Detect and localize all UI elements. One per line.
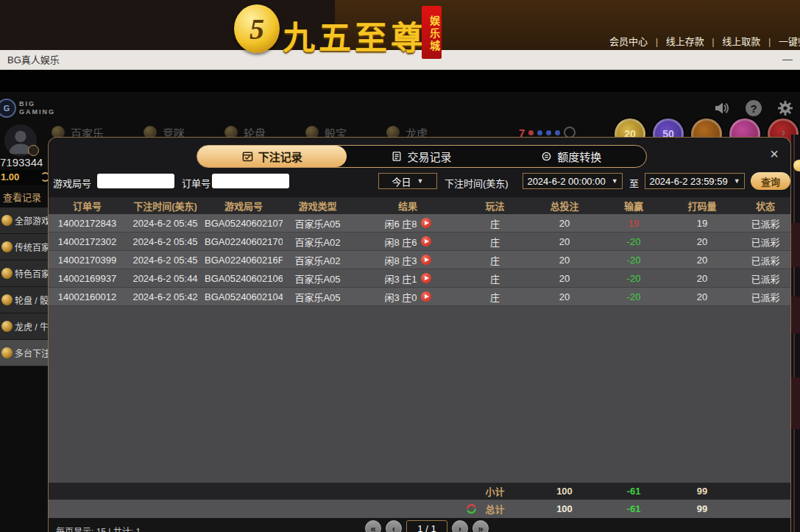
dragontiger-niuniu-icon xyxy=(1,321,13,332)
avatar-badge xyxy=(28,145,39,156)
bg-artwork xyxy=(791,297,800,333)
cell-total-bet: 20 xyxy=(527,255,602,266)
replay-icon[interactable] xyxy=(421,236,431,247)
replay-icon[interactable] xyxy=(421,255,431,265)
date-range-select[interactable]: 今日▼ xyxy=(378,173,437,189)
cell-bet-time: 2024-6-2 05:45 xyxy=(126,236,205,247)
filter-row: 游戏局号 订单号 今日▼ 下注时间(美东) 2024-6-2 00:00:00▼… xyxy=(49,171,791,192)
pagination-summary: 每页显示: 15 | 共计: 1 xyxy=(56,525,141,532)
balance-value: 1.00 xyxy=(1,171,19,182)
close-icon[interactable]: × xyxy=(770,146,779,161)
cell-round-id: BGA05240602106 xyxy=(205,273,283,284)
sidebar-item-special-baccarat[interactable]: 特色百家乐 xyxy=(0,260,49,287)
cell-game-type: 百家乐A02 xyxy=(283,253,353,267)
cell-total-bet: 20 xyxy=(527,236,602,247)
link-separator: | xyxy=(656,36,658,47)
cell-game-type: 百家乐A05 xyxy=(283,272,353,285)
replay-icon[interactable] xyxy=(421,273,431,283)
tab-credit-transfer[interactable]: 额度转换 xyxy=(497,146,646,167)
cell-round-id: BGA05240602104 xyxy=(205,291,283,302)
chevron-down-icon: ▼ xyxy=(734,177,740,185)
brand-header: 5 九五至尊 娱乐城 会员中心 | 线上存款 | 线上取款 | 一键归户 xyxy=(0,0,800,50)
total-row: 总计 100 -61 99 xyxy=(49,500,791,518)
col-win-loss: 输赢 xyxy=(602,199,665,213)
cell-play: 庄 xyxy=(463,253,527,267)
tab-bet-records[interactable]: 下注记录 xyxy=(197,146,347,167)
first-page-button[interactable]: « xyxy=(365,520,381,532)
table-row[interactable]: 14002169937 2024-6-2 05:44 BGA0524060210… xyxy=(49,269,791,288)
cell-result: 闲3 庄0 xyxy=(353,290,463,304)
table-row[interactable]: 14002170399 2024-6-2 05:45 BGA0224060216… xyxy=(49,251,791,269)
bet-time-label: 下注时间(美东) xyxy=(445,176,509,190)
logo-line2: GAMING xyxy=(19,108,55,116)
to-label: 至 xyxy=(629,176,639,190)
sound-icon[interactable] xyxy=(713,99,731,117)
big-gaming-logo-icon: G xyxy=(0,99,16,118)
sidebar-item-classic-baccarat[interactable]: 传统百家乐 xyxy=(0,234,49,260)
blue-dot xyxy=(555,130,560,135)
document-icon xyxy=(392,151,402,162)
col-result: 结果 xyxy=(353,199,463,213)
help-icon[interactable]: ? xyxy=(746,100,762,116)
table-row[interactable]: 14002172302 2024-6-2 05:45 BGA0224060217… xyxy=(49,233,791,251)
col-total-bet: 总投注 xyxy=(527,199,602,213)
link-separator: | xyxy=(712,36,714,47)
time-to-select[interactable]: 2024-6-2 23:59:59▼ xyxy=(645,173,745,189)
sidebar-menu: 全部游戏 传统百家乐 特色百家乐 轮盘 / 骰宝 龙虎 / 牛牛 多台下注 xyxy=(0,208,49,366)
sidebar-item-dragontiger-niuniu[interactable]: 龙虎 / 牛牛 xyxy=(0,313,49,340)
cell-total-bet: 20 xyxy=(527,291,602,302)
search-button[interactable]: 查询 xyxy=(751,172,790,190)
order-number-input[interactable] xyxy=(212,174,289,188)
one-key-transfer-link[interactable]: 一键归户 xyxy=(779,36,800,47)
table-header: 订单号 下注时间(美东) 游戏局号 游戏类型 结果 玩法 总投注 输赢 打码量 … xyxy=(49,197,791,214)
roulette-sicbo-icon xyxy=(1,294,13,305)
chevron-down-icon: ▼ xyxy=(612,177,618,185)
big-gaming-logo-text: BIG GAMING xyxy=(19,100,55,116)
col-play: 玩法 xyxy=(463,199,527,213)
cell-status: 已派彩 xyxy=(739,216,791,230)
settings-gear-icon[interactable] xyxy=(776,99,794,117)
time-from-select[interactable]: 2024-6-2 00:00:00▼ xyxy=(523,173,623,189)
logo-line1: BIG xyxy=(19,100,55,108)
game-round-input[interactable] xyxy=(97,174,174,188)
tab-transaction-records[interactable]: 交易记录 xyxy=(347,146,496,167)
sidebar-item-all-games[interactable]: 全部游戏 xyxy=(0,208,49,234)
balance-bar: 1.00 xyxy=(0,170,49,185)
calendar-icon xyxy=(242,151,253,162)
withdraw-link[interactable]: 线上取款 xyxy=(722,36,760,47)
page-indicator: 1 / 1 xyxy=(406,520,447,532)
col-bet-time: 下注时间(美东) xyxy=(126,199,205,213)
records-modal: × 下注记录 交易记 xyxy=(48,137,791,532)
cell-round-id: BGA05240602107 xyxy=(205,218,283,229)
cell-valid-bet: 20 xyxy=(665,236,739,247)
cell-status: 已派彩 xyxy=(739,253,791,267)
prev-page-button[interactable]: ‹ xyxy=(386,520,402,532)
sidebar-item-roulette-sicbo[interactable]: 轮盘 / 骰宝 xyxy=(0,287,49,313)
replay-icon[interactable] xyxy=(421,218,431,228)
table-row[interactable]: 14002160012 2024-6-2 05:42 BGA0524060210… xyxy=(49,288,791,306)
classic-baccarat-icon xyxy=(1,241,13,252)
bg-gaming-app: G BIG GAMING ? 百 xyxy=(0,92,800,532)
total-total-bet: 100 xyxy=(527,503,602,514)
bg-artwork xyxy=(791,377,800,429)
refresh-totals-icon[interactable] xyxy=(465,503,478,515)
sidebar-item-multi-table[interactable]: 多台下注 xyxy=(0,340,49,366)
account-links: 会员中心 | 线上存款 | 线上取款 | 一键归户 xyxy=(609,34,800,47)
cell-valid-bet: 19 xyxy=(665,218,739,229)
window-tab-title[interactable]: BG真人娱乐 xyxy=(7,50,60,70)
cell-result: 闲3 庄1 xyxy=(353,272,463,285)
cell-result: 闲6 庄8 xyxy=(353,216,463,230)
minimize-button[interactable]: — xyxy=(782,50,793,68)
cell-valid-bet: 20 xyxy=(665,273,739,284)
deposit-link[interactable]: 线上存款 xyxy=(666,36,704,47)
view-records-label: 查看记录 xyxy=(3,190,41,204)
cell-result: 闲8 庄6 xyxy=(353,235,463,249)
member-center-link[interactable]: 会员中心 xyxy=(609,36,648,47)
next-page-button[interactable]: › xyxy=(452,520,468,532)
cell-round-id: BGA0224060216F xyxy=(205,255,283,266)
replay-icon[interactable] xyxy=(421,291,431,302)
cell-order-id: 14002160012 xyxy=(49,291,126,302)
modal-tab-group: 下注记录 交易记录 xyxy=(197,145,647,168)
table-row[interactable]: 14002172843 2024-6-2 05:45 BGA0524060210… xyxy=(49,214,791,233)
last-page-button[interactable]: » xyxy=(472,520,489,532)
